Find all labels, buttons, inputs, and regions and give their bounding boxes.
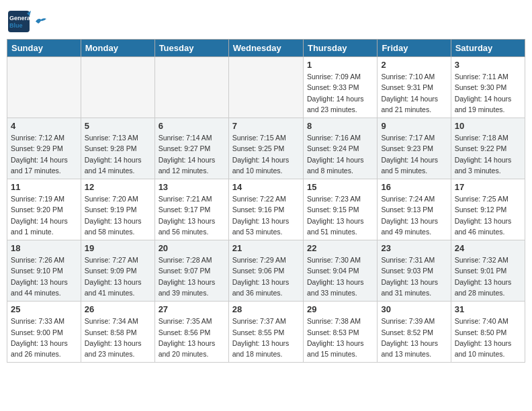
- day-number: 17: [455, 182, 521, 192]
- day-info: Sunrise: 7:32 AMSunset: 9:01 PMDaylight:…: [455, 255, 521, 298]
- calendar-cell-day-13: 13Sunrise: 7:21 AMSunset: 9:17 PMDayligh…: [154, 179, 228, 240]
- day-number: 30: [381, 304, 447, 314]
- calendar-cell-day-15: 15Sunrise: 7:23 AMSunset: 9:15 PMDayligh…: [303, 179, 377, 240]
- calendar-cell-day-12: 12Sunrise: 7:20 AMSunset: 9:19 PMDayligh…: [81, 179, 154, 240]
- day-number: 4: [11, 121, 77, 131]
- day-number: 6: [159, 121, 225, 131]
- calendar-day-header-wednesday: Wednesday: [228, 40, 303, 57]
- day-info: Sunrise: 7:15 AMSunset: 9:25 PMDaylight:…: [232, 132, 300, 176]
- calendar-cell-day-8: 8Sunrise: 7:16 AMSunset: 9:24 PMDaylight…: [303, 118, 377, 179]
- day-info: Sunrise: 7:09 AMSunset: 9:33 PMDaylight:…: [307, 71, 373, 115]
- calendar-cell-day-16: 16Sunrise: 7:24 AMSunset: 9:13 PMDayligh…: [378, 179, 451, 240]
- day-info: Sunrise: 7:16 AMSunset: 9:24 PMDaylight:…: [307, 132, 373, 176]
- calendar-day-header-thursday: Thursday: [303, 40, 377, 57]
- calendar-week-row: 25Sunrise: 7:33 AMSunset: 9:00 PMDayligh…: [7, 302, 525, 363]
- day-info: Sunrise: 7:29 AMSunset: 9:06 PMDaylight:…: [232, 255, 300, 298]
- logo-bird-icon: [34, 16, 46, 26]
- logo-icon: General Blue: [7, 9, 31, 34]
- calendar-cell-day-4: 4Sunrise: 7:12 AMSunset: 9:29 PMDaylight…: [7, 118, 81, 179]
- calendar-cell-empty: [7, 57, 81, 118]
- calendar-cell-day-18: 18Sunrise: 7:26 AMSunset: 9:10 PMDayligh…: [7, 240, 81, 302]
- day-number: 25: [11, 304, 77, 314]
- calendar-cell-day-30: 30Sunrise: 7:39 AMSunset: 8:52 PMDayligh…: [378, 302, 451, 363]
- calendar-cell-day-9: 9Sunrise: 7:17 AMSunset: 9:23 PMDaylight…: [378, 118, 451, 179]
- calendar-week-row: 4Sunrise: 7:12 AMSunset: 9:29 PMDaylight…: [7, 118, 525, 179]
- calendar-day-header-sunday: Sunday: [7, 40, 81, 57]
- calendar-cell-day-23: 23Sunrise: 7:31 AMSunset: 9:03 PMDayligh…: [378, 240, 451, 302]
- calendar-header-row: SundayMondayTuesdayWednesdayThursdayFrid…: [7, 40, 525, 57]
- day-number: 26: [85, 304, 151, 314]
- calendar-cell-empty: [81, 57, 154, 118]
- calendar-cell-empty: [154, 57, 228, 118]
- day-number: 3: [455, 60, 521, 70]
- day-info: Sunrise: 7:20 AMSunset: 9:19 PMDaylight:…: [85, 193, 151, 237]
- day-info: Sunrise: 7:37 AMSunset: 8:55 PMDaylight:…: [232, 316, 300, 359]
- day-number: 5: [85, 121, 151, 131]
- day-number: 20: [159, 243, 225, 253]
- calendar-cell-day-24: 24Sunrise: 7:32 AMSunset: 9:01 PMDayligh…: [451, 240, 525, 302]
- day-number: 22: [307, 243, 373, 253]
- calendar-cell-day-19: 19Sunrise: 7:27 AMSunset: 9:09 PMDayligh…: [81, 240, 154, 302]
- day-number: 9: [381, 121, 447, 131]
- day-number: 14: [232, 182, 300, 192]
- day-info: Sunrise: 7:25 AMSunset: 9:12 PMDaylight:…: [455, 193, 521, 237]
- day-number: 12: [85, 182, 151, 192]
- day-info: Sunrise: 7:14 AMSunset: 9:27 PMDaylight:…: [159, 132, 225, 176]
- day-info: Sunrise: 7:23 AMSunset: 9:15 PMDaylight:…: [307, 193, 373, 237]
- day-number: 15: [307, 182, 373, 192]
- calendar-cell-day-5: 5Sunrise: 7:13 AMSunset: 9:28 PMDaylight…: [81, 118, 154, 179]
- logo: General Blue: [7, 9, 46, 34]
- calendar-cell-day-31: 31Sunrise: 7:40 AMSunset: 8:50 PMDayligh…: [451, 302, 525, 363]
- day-info: Sunrise: 7:19 AMSunset: 9:20 PMDaylight:…: [11, 193, 77, 237]
- calendar-cell-day-26: 26Sunrise: 7:34 AMSunset: 8:58 PMDayligh…: [81, 302, 154, 363]
- svg-text:Blue: Blue: [9, 22, 23, 29]
- day-info: Sunrise: 7:35 AMSunset: 8:56 PMDaylight:…: [159, 316, 225, 359]
- day-info: Sunrise: 7:24 AMSunset: 9:13 PMDaylight:…: [381, 193, 447, 237]
- day-number: 24: [455, 243, 521, 253]
- calendar-cell-empty: [228, 57, 303, 118]
- calendar-day-header-monday: Monday: [81, 40, 154, 57]
- calendar-day-header-friday: Friday: [378, 40, 451, 57]
- calendar-day-header-saturday: Saturday: [451, 40, 525, 57]
- day-number: 8: [307, 121, 373, 131]
- day-info: Sunrise: 7:10 AMSunset: 9:31 PMDaylight:…: [381, 71, 447, 115]
- calendar-cell-day-10: 10Sunrise: 7:18 AMSunset: 9:22 PMDayligh…: [451, 118, 525, 179]
- calendar-cell-day-17: 17Sunrise: 7:25 AMSunset: 9:12 PMDayligh…: [451, 179, 525, 240]
- day-info: Sunrise: 7:11 AMSunset: 9:30 PMDaylight:…: [455, 71, 521, 115]
- day-info: Sunrise: 7:28 AMSunset: 9:07 PMDaylight:…: [159, 255, 225, 298]
- day-number: 27: [159, 304, 225, 314]
- calendar-week-row: 1Sunrise: 7:09 AMSunset: 9:33 PMDaylight…: [7, 57, 525, 118]
- calendar-cell-day-28: 28Sunrise: 7:37 AMSunset: 8:55 PMDayligh…: [228, 302, 303, 363]
- day-info: Sunrise: 7:22 AMSunset: 9:16 PMDaylight:…: [232, 193, 300, 237]
- day-number: 28: [232, 304, 300, 314]
- calendar-cell-day-1: 1Sunrise: 7:09 AMSunset: 9:33 PMDaylight…: [303, 57, 377, 118]
- day-number: 16: [381, 182, 447, 192]
- day-number: 1: [307, 60, 373, 70]
- day-info: Sunrise: 7:27 AMSunset: 9:09 PMDaylight:…: [85, 255, 151, 298]
- day-number: 23: [381, 243, 447, 253]
- calendar-cell-day-7: 7Sunrise: 7:15 AMSunset: 9:25 PMDaylight…: [228, 118, 303, 179]
- calendar-cell-day-2: 2Sunrise: 7:10 AMSunset: 9:31 PMDaylight…: [378, 57, 451, 118]
- day-info: Sunrise: 7:40 AMSunset: 8:50 PMDaylight:…: [455, 316, 521, 359]
- day-number: 2: [381, 60, 447, 70]
- day-number: 7: [232, 121, 300, 131]
- day-info: Sunrise: 7:33 AMSunset: 9:00 PMDaylight:…: [11, 316, 77, 359]
- day-number: 11: [11, 182, 77, 192]
- day-info: Sunrise: 7:18 AMSunset: 9:22 PMDaylight:…: [455, 132, 521, 176]
- day-info: Sunrise: 7:17 AMSunset: 9:23 PMDaylight:…: [381, 132, 447, 176]
- svg-rect-0: [8, 11, 30, 32]
- calendar-cell-day-6: 6Sunrise: 7:14 AMSunset: 9:27 PMDaylight…: [154, 118, 228, 179]
- calendar-cell-day-29: 29Sunrise: 7:38 AMSunset: 8:53 PMDayligh…: [303, 302, 377, 363]
- day-info: Sunrise: 7:12 AMSunset: 9:29 PMDaylight:…: [11, 132, 77, 176]
- calendar-cell-day-14: 14Sunrise: 7:22 AMSunset: 9:16 PMDayligh…: [228, 179, 303, 240]
- svg-text:General: General: [9, 15, 31, 21]
- calendar-day-header-tuesday: Tuesday: [154, 40, 228, 57]
- calendar-cell-day-11: 11Sunrise: 7:19 AMSunset: 9:20 PMDayligh…: [7, 179, 81, 240]
- calendar-cell-day-22: 22Sunrise: 7:30 AMSunset: 9:04 PMDayligh…: [303, 240, 377, 302]
- day-number: 31: [455, 304, 521, 314]
- calendar-cell-day-3: 3Sunrise: 7:11 AMSunset: 9:30 PMDaylight…: [451, 57, 525, 118]
- day-number: 21: [232, 243, 300, 253]
- calendar-week-row: 11Sunrise: 7:19 AMSunset: 9:20 PMDayligh…: [7, 179, 525, 240]
- day-info: Sunrise: 7:13 AMSunset: 9:28 PMDaylight:…: [85, 132, 151, 176]
- day-number: 19: [85, 243, 151, 253]
